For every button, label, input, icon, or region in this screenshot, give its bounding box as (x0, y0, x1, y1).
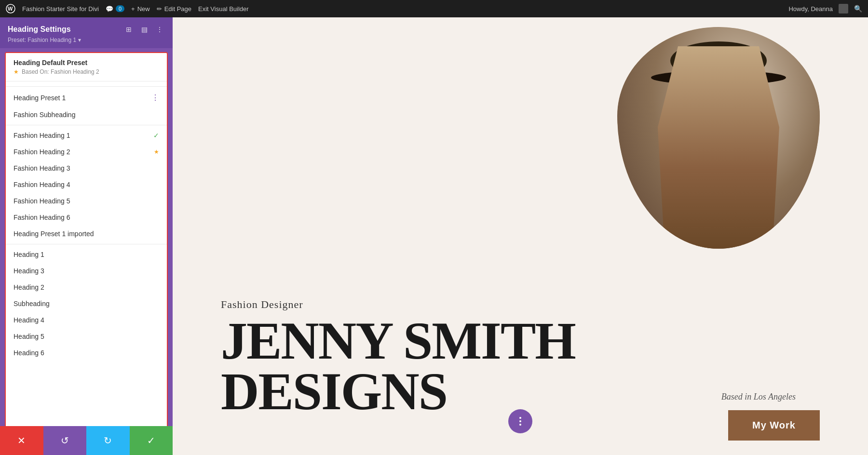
preset-item-label: Fashion Heading 2 (14, 148, 154, 156)
preset-item[interactable]: Fashion Heading 1✓ (6, 127, 167, 144)
preset-item-label: Fashion Heading 4 (14, 181, 159, 188)
admin-bar: W Fashion Starter Site for Divi 💬 0 + Ne… (0, 0, 868, 17)
separator (6, 125, 167, 125)
new-label: New (137, 5, 150, 13)
confirm-button[interactable]: ✓ (130, 426, 173, 455)
dots-icon (519, 417, 521, 426)
preset-item-more-icon[interactable]: ⋮ (151, 93, 159, 102)
more-options-icon[interactable]: ⋮ (154, 24, 165, 35)
default-preset-sub: ★ Based On: Fashion Heading 2 (14, 68, 159, 75)
preset-list[interactable]: Heading Preset 1⋮Fashion SubheadingFashi… (6, 81, 167, 429)
preset-item-label: Heading 1 (14, 251, 159, 258)
undo-icon: ↺ (61, 435, 69, 446)
edit-page-link[interactable]: ✏ Edit Page (157, 5, 191, 13)
separator (6, 86, 167, 87)
chevron-down-icon: ▾ (78, 37, 81, 43)
plus-icon: + (131, 5, 135, 13)
preset-item[interactable]: Fashion Heading 3 (6, 160, 167, 176)
default-preset-item[interactable]: Heading Default Preset ★ Based On: Fashi… (6, 53, 167, 81)
search-icon[interactable]: 🔍 (854, 5, 862, 13)
based-in-label: Based in Los Angeles (721, 392, 796, 402)
preset-item[interactable]: Fashion Heading 4 (6, 176, 167, 193)
fab-menu-button[interactable] (508, 409, 532, 433)
my-work-button[interactable]: My Work (728, 410, 820, 441)
panel-title: Heading Settings (8, 25, 71, 34)
confirm-icon: ✓ (147, 435, 155, 446)
preset-dropdown: Heading Default Preset ★ Based On: Fashi… (5, 52, 168, 451)
preset-item[interactable]: Heading 5 (6, 328, 167, 345)
preset-item[interactable]: Heading 6 (6, 345, 167, 361)
hero-subheading: Fashion Designer (221, 298, 575, 311)
preset-item-label: Heading Preset 1 imported (14, 230, 159, 238)
left-panel: Heading Settings ⊞ ▤ ⋮ Preset: Fashion H… (0, 17, 173, 455)
preset-item[interactable]: Heading Preset 1 imported (6, 226, 167, 242)
preset-item-label: Heading 5 (14, 333, 159, 340)
preset-item-star-icon: ★ (154, 148, 159, 155)
hero-name: JENNY SMITH DESIGNS (221, 316, 575, 416)
content-area: Fashion Designer JENNY SMITH DESIGNS Bas… (173, 17, 868, 455)
preset-item[interactable]: Subheading (6, 295, 167, 312)
panel-header-top: Heading Settings ⊞ ▤ ⋮ (8, 24, 165, 35)
person-silhouette (651, 46, 786, 249)
preset-item-check-icon: ✓ (153, 132, 159, 139)
hero-text: Fashion Designer JENNY SMITH DESIGNS (221, 298, 575, 416)
edit-icon: ✏ (157, 5, 162, 13)
redo-button[interactable]: ↻ (86, 426, 130, 455)
preset-selector[interactable]: Preset: Fashion Heading 1 ▾ (8, 37, 165, 43)
hero-image (617, 27, 820, 249)
layout-icon[interactable]: ⊞ (123, 24, 134, 35)
hero-name-line2: DESIGNS (221, 362, 447, 421)
columns-icon[interactable]: ▤ (139, 24, 149, 35)
cancel-button[interactable]: ✕ (0, 426, 43, 455)
preset-item-label: Fashion Heading 3 (14, 164, 159, 172)
preset-item[interactable]: Fashion Subheading (6, 107, 167, 123)
site-name-link[interactable]: Fashion Starter Site for Divi (22, 5, 99, 13)
preset-item[interactable]: Heading 2 (6, 279, 167, 295)
star-icon: ★ (14, 68, 19, 75)
admin-bar-right: Howdy, Deanna 🔍 (788, 4, 862, 13)
preset-item-label: Heading 2 (14, 283, 159, 291)
preset-item[interactable]: Heading 1 (6, 246, 167, 263)
bottom-toolbar: ✕ ↺ ↻ ✓ (0, 426, 173, 455)
preset-item-label: Fashion Heading 6 (14, 214, 159, 221)
wordpress-logo-icon[interactable]: W (6, 4, 15, 13)
preset-item-label: Fashion Heading 1 (14, 132, 153, 139)
new-link[interactable]: + New (131, 5, 150, 13)
preset-item[interactable]: Fashion Heading 6 (6, 209, 167, 226)
preset-item-label: Heading 3 (14, 267, 159, 275)
default-preset-title: Heading Default Preset (14, 59, 159, 67)
main-layout: Heading Settings ⊞ ▤ ⋮ Preset: Fashion H… (0, 17, 868, 455)
preset-item[interactable]: Heading 3 (6, 263, 167, 279)
user-avatar-icon (839, 4, 848, 13)
exit-builder-link[interactable]: Exit Visual Builder (198, 5, 249, 13)
preset-item-label: Heading 6 (14, 349, 159, 357)
preset-item-label: Heading 4 (14, 316, 159, 324)
preset-label-text: Preset: Fashion Heading 1 (8, 37, 76, 43)
admin-bar-left: W Fashion Starter Site for Divi 💬 0 + Ne… (6, 4, 781, 13)
preset-item-label: Fashion Heading 5 (14, 197, 159, 205)
preset-item-label: Subheading (14, 300, 159, 308)
panel-header-icons: ⊞ ▤ ⋮ (123, 24, 165, 35)
preset-items: Heading Preset 1⋮Fashion SubheadingFashi… (6, 89, 167, 361)
preset-item[interactable]: Heading Preset 1⋮ (6, 89, 167, 107)
undo-button[interactable]: ↺ (43, 426, 87, 455)
separator (6, 244, 167, 244)
cancel-icon: ✕ (17, 435, 26, 446)
comments-link[interactable]: 💬 0 (106, 5, 124, 13)
preset-item-label: Heading Preset 1 (14, 94, 151, 102)
comment-count: 0 (116, 5, 124, 12)
preset-item[interactable]: Heading 4 (6, 312, 167, 328)
svg-text:W: W (8, 6, 13, 12)
preset-item[interactable]: Fashion Heading 2★ (6, 144, 167, 160)
user-greeting: Howdy, Deanna (788, 5, 833, 13)
preset-item-label: Fashion Subheading (14, 111, 159, 119)
panel-header: Heading Settings ⊞ ▤ ⋮ Preset: Fashion H… (0, 17, 173, 48)
based-on-label: Based On: Fashion Heading 2 (22, 68, 99, 75)
redo-icon: ↻ (104, 435, 112, 446)
comment-icon: 💬 (106, 5, 113, 13)
edit-page-label: Edit Page (164, 5, 191, 13)
preset-item[interactable]: Fashion Heading 5 (6, 193, 167, 209)
